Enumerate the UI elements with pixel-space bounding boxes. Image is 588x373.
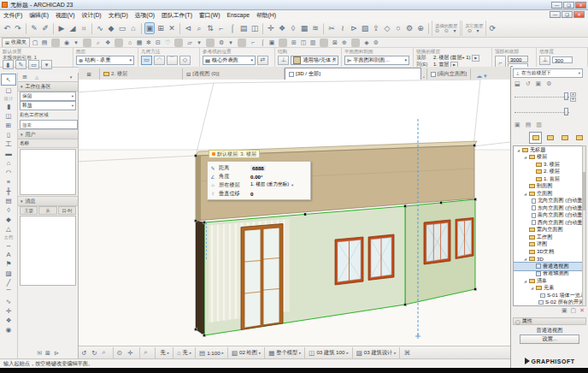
menu-item[interactable]: 编辑(E) <box>26 11 52 20</box>
tool[interactable]: 设计 <box>0 95 17 102</box>
view-map-tab[interactable] <box>544 132 556 144</box>
forward-icon[interactable]: ⊳ <box>54 350 59 357</box>
mail-icon[interactable]: ⊠ <box>331 38 339 47</box>
renovation-filter-select[interactable]: ⌂无▸ <box>177 349 191 357</box>
zoom-icon[interactable]: ⌕ <box>103 348 109 357</box>
render-icon[interactable]: ◈ <box>362 38 371 47</box>
scrollbar-thumb[interactable] <box>583 172 585 210</box>
door-tool[interactable]: ◫ <box>0 111 17 121</box>
grid-icon[interactable]: ⌗ <box>79 22 89 34</box>
favorites-button[interactable]: ⊞ 收藏夹 <box>2 38 30 48</box>
look-to-icon[interactable]: ⊙ <box>117 349 126 357</box>
tree-item-story-2[interactable]: 2. 楼层 <box>514 169 585 176</box>
users-section-header[interactable]: ▼用户 <box>18 129 78 139</box>
quick-option[interactable] <box>195 347 196 358</box>
delete-icon[interactable]: ✕ <box>579 307 585 314</box>
pen-button[interactable]: ✎ <box>15 60 26 69</box>
toolbar-icon[interactable] <box>53 23 54 34</box>
tree-item-story-3[interactable]: 3. 楼层 <box>514 161 585 169</box>
fit-view-icon[interactable]: ⬓ <box>514 80 520 87</box>
tab-perspective[interactable]: ⊟[透视图 (0)] <box>183 68 285 80</box>
shadow-icon[interactable]: ▤ <box>526 121 532 128</box>
gravity-icon[interactable]: ⌂ <box>128 22 138 34</box>
reference-line-select[interactable]: ▤核心外表面▾ <box>203 56 256 65</box>
close-icon[interactable]: ✕ <box>167 22 177 34</box>
quick-option[interactable] <box>227 347 228 358</box>
profile-icon[interactable]: ◉ <box>62 38 71 47</box>
tree-item-elevation-east[interactable]: 东向立面图 (自动重建模型) <box>514 204 585 212</box>
tree-item-generic-perspective[interactable]: 普通透视图 <box>514 263 585 270</box>
arrow-tool[interactable]: ↖ <box>1 74 16 86</box>
section-icon[interactable]: ⌐ <box>249 38 257 47</box>
toolbar-icon[interactable] <box>91 23 92 34</box>
home-story-icon[interactable]: ⌂ <box>126 38 134 47</box>
message-tab[interactable]: 从 <box>38 206 56 215</box>
settings-button[interactable]: 设置... <box>520 335 579 344</box>
messages-section-header[interactable]: ▼消息 <box>18 196 78 206</box>
menu-item[interactable]: Enscape <box>224 12 253 18</box>
toolbar-icon[interactable] <box>323 23 324 34</box>
tree-item-schedules[interactable]: ◢清单 <box>514 277 585 285</box>
slider-handle[interactable] <box>564 92 568 100</box>
menu-item[interactable]: 文件(F) <box>0 11 26 20</box>
tree-item-3d-documents[interactable]: 3D文档 <box>514 248 585 256</box>
snowflake-icon[interactable]: ✻ <box>144 38 153 47</box>
move-icon[interactable]: ⇪ <box>371 22 381 34</box>
palette-home-icon[interactable]: ⌂ <box>32 71 42 83</box>
window-tool[interactable]: ⊞ <box>0 121 17 130</box>
elevation-marker-icon[interactable]: ⌠ <box>227 22 238 34</box>
shell-tool[interactable]: ◠ <box>0 168 17 177</box>
open-icon[interactable]: ▤ <box>40 38 49 47</box>
doc-restore-button[interactable]: ❏ <box>562 11 573 18</box>
element-icon[interactable]: ❖ <box>103 38 112 47</box>
tab-story-2[interactable]: 2. 楼层 <box>100 68 183 80</box>
quick-option[interactable] <box>113 347 114 358</box>
layout-icon[interactable]: ▤ <box>238 22 249 34</box>
menu-item[interactable]: 帮助(H) <box>253 11 279 20</box>
tree-item-3d[interactable]: ◢3D <box>514 256 585 263</box>
favorite-icon[interactable]: ♡ <box>163 38 172 47</box>
doc-close-button[interactable]: ✕ <box>573 11 585 18</box>
story-value[interactable]: 1. 楼层 (重力坐标) <box>250 181 289 188</box>
quick-layers-icon[interactable]: ▣ <box>144 22 155 34</box>
editing-plane-dropdown[interactable]: ⊥ 在当前楼层下 ▾ <box>513 68 583 78</box>
go-back-icon[interactable]: ⊲ <box>183 22 193 34</box>
tree-item-elevation-west[interactable]: 西向立面图 (自动重建模型) <box>514 219 585 227</box>
toolbar-icon[interactable] <box>141 23 142 34</box>
line-tool[interactable]: ╱ <box>0 278 17 287</box>
message-tab[interactable]: 主题 <box>20 206 38 215</box>
marquee-tool[interactable]: ▢ <box>0 86 17 95</box>
zone-icon[interactable]: ◊ <box>288 22 298 34</box>
stair-tool[interactable]: ≡ <box>0 177 17 186</box>
search-input[interactable] <box>20 120 78 129</box>
tree-item-interior-elevations[interactable]: 室内立面图 <box>514 227 585 234</box>
menu-item[interactable]: 选项(O) <box>132 11 158 20</box>
publisher-tab[interactable] <box>573 132 585 144</box>
reserve-dropdown[interactable]: 保留▾ <box>20 92 76 101</box>
quick-option[interactable] <box>139 347 140 358</box>
detail-icon[interactable]: ▣ <box>268 38 276 47</box>
tree-item-schedule-openings[interactable]: S-02 所有的开洞一览表 <box>514 299 585 307</box>
name-column-header[interactable]: 名称 <box>20 140 29 147</box>
building-material-select[interactable]: 通用墙/壳体 外部 <box>291 56 338 65</box>
messages-list[interactable] <box>20 216 76 286</box>
colored-workspaces-button[interactable]: 彩色工作区域 <box>20 112 49 119</box>
tree-item-worksheets[interactable]: 工作图 <box>514 234 585 241</box>
layer-settings-icon[interactable]: ⊞ <box>156 22 166 34</box>
close-button[interactable]: ✕ <box>575 2 586 9</box>
settings-icon[interactable]: ⚙ <box>404 22 415 34</box>
geometry-polygon-button[interactable]: ◇ <box>179 56 191 65</box>
partial-structure-select[interactable]: ▦整个模型▸ <box>268 349 301 357</box>
toolbar-icon[interactable] <box>320 38 328 47</box>
menu-item[interactable]: 团队工作(T) <box>158 11 196 20</box>
offset-value[interactable]: 0 <box>250 191 253 197</box>
wall-default-button[interactable]: ▮ <box>3 60 14 69</box>
scale-select[interactable]: ▤1:100▸ <box>199 349 224 357</box>
3d-viewport[interactable]: 默认楼层: 3. 楼层 ✎距离6888 ∠角度0.00° ⌂所在楼层1. 楼层 … <box>79 80 510 346</box>
other-layers-icons[interactable]: ⊙ ▾ <box>467 28 481 34</box>
toolbar-icon[interactable] <box>51 38 60 47</box>
dropdown-icon[interactable]: ▾ <box>226 38 235 47</box>
worksheet-icon[interactable]: ◫ <box>250 22 260 34</box>
toolbar-icon[interactable] <box>238 38 246 47</box>
roof-tool[interactable]: ⌂ <box>0 158 17 168</box>
